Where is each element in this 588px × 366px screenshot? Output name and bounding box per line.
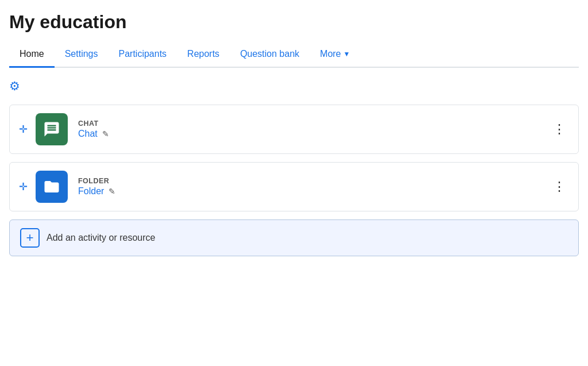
drag-handle-chat[interactable]: ✛ xyxy=(19,124,28,136)
folder-edit-icon[interactable]: ✎ xyxy=(109,187,115,196)
folder-item-content: FOLDER Folder ✎ xyxy=(78,177,550,197)
folder-name-link[interactable]: Folder xyxy=(78,186,104,197)
chat-name-link[interactable]: Chat xyxy=(78,129,98,139)
tab-participants[interactable]: Participants xyxy=(109,43,177,68)
chevron-down-icon: ▼ xyxy=(343,50,350,58)
tab-more[interactable]: More ▼ xyxy=(310,43,360,68)
navigation-tabs: Home Settings Participants Reports Quest… xyxy=(9,43,579,68)
settings-gear-icon[interactable]: ⚙ xyxy=(9,79,20,93)
tab-home[interactable]: Home xyxy=(9,43,55,68)
folder-type-label: FOLDER xyxy=(78,177,550,185)
chat-menu-button[interactable]: ⋮ xyxy=(550,121,569,138)
add-activity-label: Add an activity or resource xyxy=(47,233,155,243)
course-item-folder: ✛ FOLDER Folder ✎ ⋮ xyxy=(9,162,579,211)
plus-icon: + xyxy=(20,228,40,248)
chat-svg-icon xyxy=(43,121,60,138)
tab-settings[interactable]: Settings xyxy=(55,43,109,68)
tab-question-bank[interactable]: Question bank xyxy=(230,43,310,68)
tab-more-label: More xyxy=(320,49,341,59)
add-activity-button[interactable]: + Add an activity or resource xyxy=(9,219,579,256)
page-title: My education xyxy=(9,11,579,33)
chat-edit-icon[interactable]: ✎ xyxy=(102,129,109,138)
chat-name-row: Chat ✎ xyxy=(78,129,550,139)
folder-icon-box xyxy=(36,171,68,203)
chat-type-label: CHAT xyxy=(78,120,550,128)
chat-item-content: CHAT Chat ✎ xyxy=(78,120,550,139)
drag-handle-folder[interactable]: ✛ xyxy=(19,181,28,193)
course-item-chat: ✛ CHAT Chat ✎ ⋮ xyxy=(9,105,579,154)
folder-name-row: Folder ✎ xyxy=(78,186,550,197)
chat-icon-box xyxy=(36,113,68,145)
folder-svg-icon xyxy=(43,178,60,195)
tab-reports[interactable]: Reports xyxy=(177,43,230,68)
folder-menu-button[interactable]: ⋮ xyxy=(550,178,569,195)
